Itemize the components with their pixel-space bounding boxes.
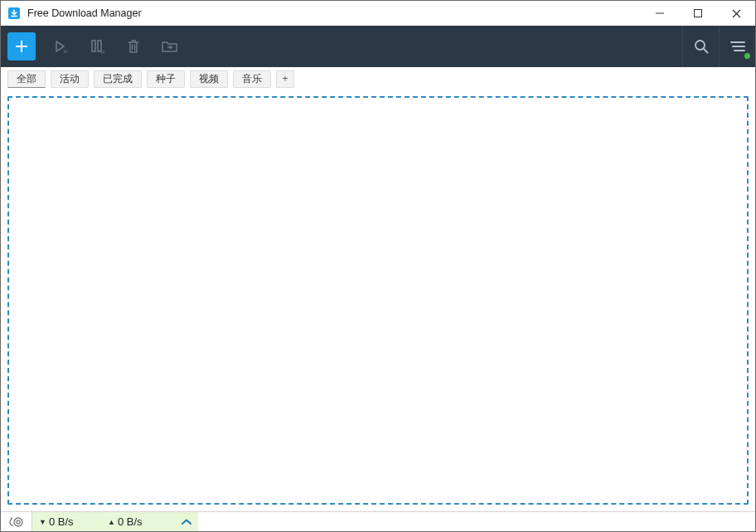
svg-point-14 [101, 51, 103, 52]
move-to-folder-button[interactable] [152, 26, 188, 67]
window-title: Free Download Manager [27, 7, 641, 19]
svg-point-23 [14, 518, 22, 526]
maximize-button[interactable] [679, 1, 717, 26]
menu-button[interactable] [719, 26, 755, 67]
add-download-button[interactable] [7, 32, 36, 60]
chevron-up-icon[interactable] [182, 515, 191, 528]
svg-point-15 [103, 51, 104, 52]
status-dot-icon [744, 53, 750, 59]
svg-point-8 [64, 50, 65, 51]
titlebar: Free Download Manager [1, 1, 755, 26]
speed-panel[interactable]: ▼ 0 B/s ▲ 0 B/s [32, 512, 198, 531]
svg-point-9 [65, 50, 67, 51]
down-triangle-icon: ▼ [39, 518, 46, 526]
delete-button[interactable] [115, 26, 152, 67]
app-window: Free Download Manager [0, 0, 756, 532]
svg-point-17 [103, 52, 104, 54]
upload-speed: ▲ 0 B/s [108, 515, 177, 528]
download-speed-value: 0 B/s [49, 515, 74, 528]
download-speed: ▼ 0 B/s [39, 515, 108, 528]
tab-active[interactable]: 活动 [51, 70, 89, 88]
toolbar [1, 26, 755, 67]
svg-point-10 [64, 51, 65, 53]
app-icon [7, 7, 21, 20]
up-triangle-icon: ▲ [108, 518, 115, 526]
snail-mode-button[interactable] [1, 512, 32, 531]
svg-rect-12 [92, 41, 95, 51]
svg-line-19 [704, 49, 708, 53]
tab-video[interactable]: 视频 [190, 70, 228, 88]
svg-point-24 [16, 520, 19, 523]
tab-completed[interactable]: 已完成 [94, 70, 142, 88]
tab-add-button[interactable]: + [276, 70, 294, 88]
svg-point-16 [101, 52, 103, 54]
start-button[interactable] [42, 26, 79, 67]
svg-rect-3 [695, 10, 702, 17]
search-button[interactable] [682, 26, 719, 67]
svg-point-25 [11, 517, 12, 519]
main-area [1, 88, 755, 511]
status-bar: ▼ 0 B/s ▲ 0 B/s [1, 511, 755, 531]
close-button[interactable] [717, 1, 755, 26]
tab-music[interactable]: 音乐 [233, 70, 271, 88]
svg-rect-13 [98, 41, 101, 51]
upload-speed-value: 0 B/s [118, 515, 143, 528]
minimize-button[interactable] [641, 1, 679, 26]
svg-point-18 [695, 41, 705, 50]
svg-point-11 [65, 51, 67, 53]
pause-button[interactable] [79, 26, 115, 67]
tab-all[interactable]: 全部 [7, 70, 46, 88]
drop-zone[interactable] [7, 96, 749, 505]
tab-torrents[interactable]: 种子 [147, 70, 185, 88]
filter-tabs: 全部 活动 已完成 种子 视频 音乐 + [1, 67, 755, 88]
